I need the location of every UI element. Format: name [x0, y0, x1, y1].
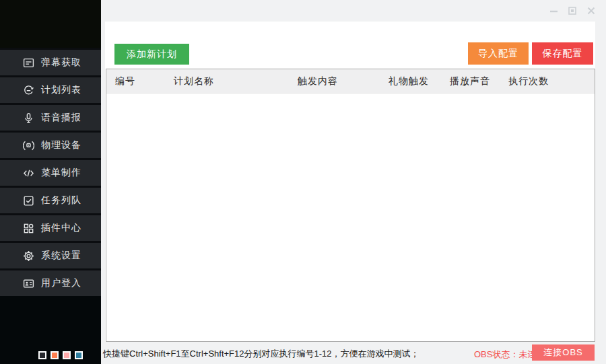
add-plan-button[interactable]: 添加新计划: [114, 44, 189, 65]
obs-status-label: OBS状态：: [474, 349, 518, 359]
plan-table-body: [106, 94, 595, 341]
maximize-button[interactable]: [563, 0, 582, 22]
sidebar-item-menu-maker[interactable]: 菜单制作: [0, 158, 101, 186]
sidebar-item-label: 用户登入: [41, 277, 81, 289]
window-controls: [544, 0, 601, 22]
theme-swatch-orange[interactable]: [50, 351, 59, 359]
task-checkbox-icon: [22, 195, 35, 207]
sidebar-item-danmu[interactable]: 弹幕获取: [0, 48, 101, 75]
sidebar: 弹幕获取 计划列表: [0, 0, 101, 364]
theme-swatch-dark[interactable]: [38, 351, 46, 359]
physical-device-icon: [22, 140, 35, 151]
sidebar-item-label: 语音播报: [41, 112, 81, 124]
column-header-sound: 播放声音: [441, 75, 500, 87]
column-header-gift: 礼物触发: [380, 75, 441, 87]
theme-swatch-pink[interactable]: [63, 351, 71, 359]
logo-area: [0, 0, 101, 48]
plugin-grid-icon: [22, 223, 35, 234]
sidebar-item-label: 弹幕获取: [41, 57, 81, 69]
column-header-name: 计划名称: [165, 75, 289, 87]
code-icon: [22, 168, 35, 179]
minimize-button[interactable]: [544, 0, 563, 22]
close-button[interactable]: [582, 0, 601, 22]
sidebar-item-label: 菜单制作: [41, 167, 81, 179]
sidebar-item-plugins[interactable]: 插件中心: [0, 213, 101, 241]
sidebar-menu: 弹幕获取 计划列表: [0, 48, 101, 296]
sidebar-item-label: 系统设置: [41, 250, 81, 262]
microphone-icon: [22, 112, 35, 124]
main-area: 添加新计划 导入配置 保存配置 编号 计划名称 触发内容 礼物触发 播放声音 执…: [101, 0, 606, 364]
hotkey-hint: 快捷键Ctrl+Shift+F1至Ctrl+Shft+F12分别对应执行编号1-…: [103, 348, 419, 360]
danmu-screen-icon: [22, 57, 35, 69]
column-header-run-count: 执行次数: [500, 75, 595, 87]
status-bar: 快捷键Ctrl+Shift+F1至Ctrl+Shft+F12分别对应执行编号1-…: [101, 342, 606, 364]
sidebar-item-login[interactable]: 用户登入: [0, 268, 101, 296]
sidebar-item-settings[interactable]: 系统设置: [0, 241, 101, 268]
save-config-button[interactable]: 保存配置: [532, 42, 593, 65]
plan-list-icon: [22, 85, 35, 96]
sidebar-item-device[interactable]: 物理设备: [0, 131, 101, 158]
connect-obs-button[interactable]: 连接OBS: [532, 344, 595, 361]
column-header-trigger: 触发内容: [289, 75, 380, 87]
sidebar-item-voice[interactable]: 语音播报: [0, 103, 101, 131]
theme-swatch-blue[interactable]: [75, 351, 83, 359]
titlebar: [101, 0, 606, 22]
app-window: 弹幕获取 计划列表: [0, 0, 606, 364]
plan-table: 编号 计划名称 触发内容 礼物触发 播放声音 执行次数: [106, 69, 595, 342]
column-header-id: 编号: [106, 75, 165, 87]
plan-table-header: 编号 计划名称 触发内容 礼物触发 播放声音 执行次数: [106, 69, 595, 94]
theme-swatches: [38, 351, 83, 359]
sidebar-item-task-queue[interactable]: 任务列队: [0, 186, 101, 213]
sidebar-item-label: 计划列表: [41, 84, 81, 96]
user-card-icon: [22, 278, 35, 289]
sidebar-item-label: 任务列队: [41, 194, 81, 207]
sidebar-item-plan-list[interactable]: 计划列表: [0, 75, 101, 103]
sidebar-item-label: 物理设备: [41, 139, 81, 151]
import-config-button[interactable]: 导入配置: [468, 42, 529, 65]
sidebar-item-label: 插件中心: [41, 222, 81, 234]
gear-icon: [22, 250, 35, 262]
content-panel: 添加新计划 导入配置 保存配置 编号 计划名称 触发内容 礼物触发 播放声音 执…: [105, 22, 595, 342]
